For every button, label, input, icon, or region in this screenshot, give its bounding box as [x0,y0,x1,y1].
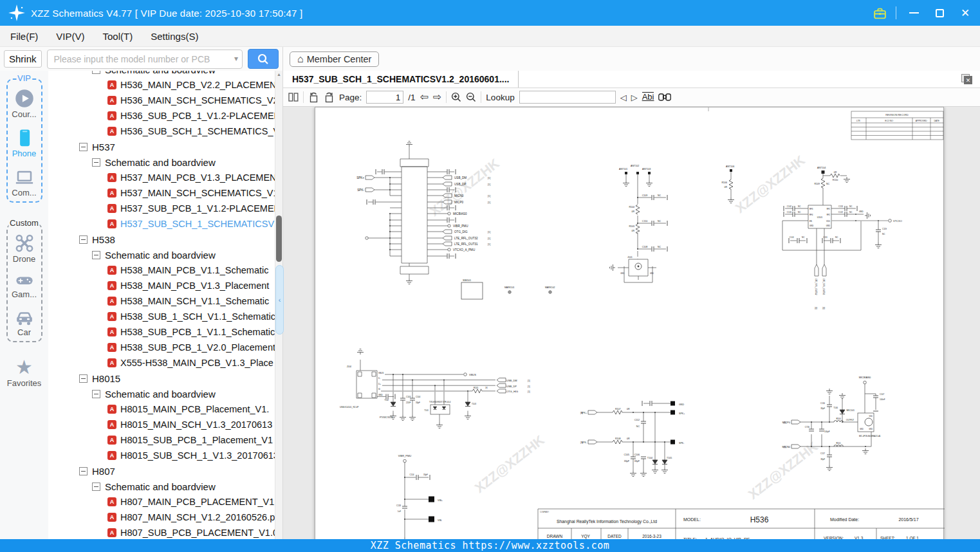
briefcase-icon[interactable] [873,7,887,19]
scrollbar-thumb[interactable] [276,216,282,262]
collapse-minus-icon[interactable] [79,467,88,475]
tree-item-label: H538 [92,234,115,245]
svg-text:DATE:: DATE: [934,120,939,122]
tree-item[interactable]: AH538_MAIN_PCB_V1.1_Schematic [48,262,275,278]
member-center-button[interactable]: ⌂ Member Center [290,51,379,67]
cluster-rf-switch: ANT104 0R R110 R109 NC U101 RF3RF4GNDRF1… [782,167,902,309]
tree-item[interactable]: AH807_MAIN_PCB_PLACEMENT_V1 [48,494,275,510]
close-button[interactable]: ✕ [957,6,974,20]
search-input[interactable] [47,50,243,69]
tree-item[interactable]: AH538_MAIN_SCH_V1.1_Schematic [48,293,275,309]
menu-file[interactable]: File(F) [10,31,38,42]
svg-text:YQY: YQY [581,534,590,539]
tree-node[interactable]: H8015 [48,371,275,386]
sidebar-item-game[interactable]: Gam... [8,273,41,299]
menu-bar: File(F) VIP(V) Tool(T) Settings(S) [0,26,980,47]
find-next-button[interactable]: ▷ [631,93,638,102]
prev-page-button[interactable]: ⇦ [420,92,429,102]
tree-node[interactable]: H807 [48,463,275,479]
search-button[interactable] [248,49,279,69]
collapse-minus-icon[interactable] [79,235,88,244]
menu-vip[interactable]: VIP(V) [56,31,84,42]
tree-node[interactable]: Schematic and boardview [48,154,275,170]
binoculars-icon [658,92,671,102]
tree-item[interactable]: AH8015_SUB_SCH_1_V1.3_20170613 [48,448,275,463]
tree-item[interactable]: AH536_MAIN_PCB_V2.2_PLACEMENT_V [48,77,275,93]
tree-item[interactable]: AH537_MAIN_PCB_V1.3_PLACEMENT [48,170,275,185]
tree-item[interactable]: AH807_SUB_PCB_PLACEMENT_V1.0 [48,525,275,540]
collapse-minus-icon[interactable] [92,390,100,398]
tree-item[interactable]: AH8015_SUB_PCB_1_Placement_V1 [48,432,275,448]
rotate-right-button[interactable] [324,92,335,103]
document-canvas[interactable]: XZZ@XZZHK XZZ@XZZHK XZZ@XZZHK XZZ@XZZHK … [283,107,980,552]
two-page-view-button[interactable] [288,92,299,102]
collapse-minus-icon[interactable] [79,143,88,151]
chevron-down-icon[interactable]: ▾ [234,54,238,63]
tree-item[interactable]: AH537_MAIN_SCH_SCHEMATICS_V1.3 [48,185,275,201]
tree-item[interactable]: AH536_MAIN_SCH_SCHEMATICS_V2.2 [48,93,275,108]
shrink-button[interactable]: Shrink [4,50,42,68]
sidebar-item-computer[interactable]: Com... [8,167,41,198]
collapse-minus-icon[interactable] [92,483,100,491]
tree-node[interactable]: Schematic and boardview [48,71,275,77]
zoom-in-button[interactable] [451,92,461,102]
maximize-button[interactable] [931,6,948,20]
tree-node[interactable]: Schematic and boardview [48,479,275,494]
tree-item[interactable]: AH538_SUB_1_SCH_V1.1_Schematic [48,309,275,324]
car-icon [15,308,34,326]
pdf-icon: A [107,497,116,506]
svg-text:[1]: [1] [488,195,490,198]
tree-item[interactable]: AH538_MAIN_PCB_V1.3_Placement [48,278,275,293]
close-all-tabs-button[interactable]: ✕ [961,74,972,84]
highlight-all-button[interactable] [658,92,671,102]
match-case-button[interactable]: Abi [642,92,654,102]
tree-item[interactable]: AH536_SUB_PCB_1_V1.2-PLACEMENT [48,108,275,124]
sidebar-item-car[interactable]: Car [8,308,41,337]
tree-node[interactable]: Schematic and boardview [48,247,275,262]
minimize-button[interactable] [905,6,922,20]
tree-node[interactable]: H537 [48,139,275,154]
svg-text:REVISION RECORD: REVISION RECORD [885,114,909,116]
svg-text:SIM101: SIM101 [463,279,471,282]
sidebar-item-favorites[interactable]: ★ Favorites [3,358,45,388]
tree-node[interactable]: H538 [48,232,275,247]
menu-tool[interactable]: Tool(T) [103,31,133,42]
rotate-right-icon [324,92,335,103]
rotate-left-button[interactable] [308,92,319,103]
svg-text:EN: EN [809,220,812,223]
toolbar-divider [481,91,481,103]
document-tab[interactable]: H537_SUB_SCH_1_SCHEMATICSV1.2_20160601..… [283,71,519,87]
tree-item[interactable]: AH536_SUB_SCH_1_SCHEMATICS_V1.2 [48,124,275,139]
page-number-input[interactable] [366,91,403,104]
sidebar-item-course[interactable]: Cour... [8,89,41,119]
sidebar-item-drone[interactable]: Drone [8,234,41,264]
tree-item[interactable]: AH537_SUB_PCB_1_V1.2-PLACEMENT [48,201,275,216]
svg-text:RF4: RF4 [809,214,813,216]
svg-text:T102: T102 [384,399,389,401]
panel-collapse-handle[interactable]: ‹ [275,265,284,335]
menu-settings[interactable]: Settings(S) [151,31,198,42]
scroll-up-icon[interactable]: ▲ [276,72,282,77]
tree-item[interactable]: AH538_SUB_PCB_1_V2.0_Placement [48,340,275,355]
tree-item[interactable]: AH537_SUB_SCH_1_SCHEMATICSV1.2 [48,216,275,232]
collapse-minus-icon[interactable] [92,251,100,259]
tree-node[interactable]: Schematic and boardview [48,386,275,401]
lookup-input[interactable] [519,91,616,104]
tree-item[interactable]: AH8015_MAIN_SCH_V1.3_20170613 [48,417,275,432]
tree-item[interactable]: AH8015_MAIN_PCB_Placement_V1. [48,401,275,417]
next-page-button[interactable]: ⇨ [433,92,441,102]
collapse-minus-icon[interactable] [79,374,88,383]
svg-text:OUTPUT: OUTPUT [846,419,855,421]
cluster-speaker: [1] [1] SPK+ SPK- R1070R R1080R C112 NC … [580,401,685,477]
tree-item[interactable]: AH538_SUB_PCB_1_V1.1_Schematic [48,324,275,340]
tree-item[interactable]: AH807_MAIN_SCH_V1.2_20160526.p [48,510,275,525]
svg-text:C106: C106 [634,454,640,456]
zoom-out-button[interactable] [466,92,476,102]
sidebar-item-phone[interactable]: Phone [8,128,41,158]
tree-item[interactable]: AX555-H538_MAIN_PCB_V1.3_Place [48,355,275,371]
collapse-minus-icon[interactable] [92,158,100,167]
pdf-icon: A [107,173,116,182]
find-previous-button[interactable]: ◁ [620,93,627,102]
svg-text:1K: 1K [485,387,488,389]
collapse-minus-icon[interactable] [92,71,100,74]
